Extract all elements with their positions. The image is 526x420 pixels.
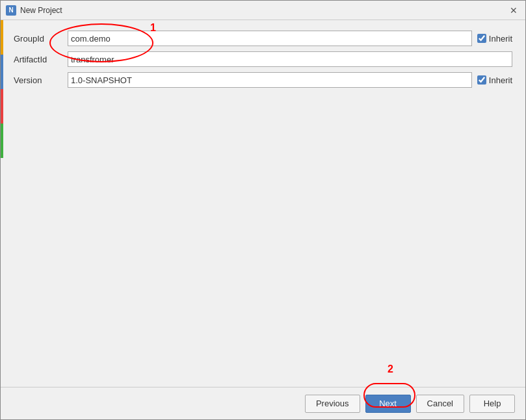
version-inherit-label: Inherit (489, 75, 512, 85)
dialog-window: N New Project ✕ GroupId Inherit Artifact… (0, 0, 526, 420)
close-button[interactable]: ✕ (507, 4, 520, 17)
title-bar: N New Project ✕ (1, 1, 525, 20)
artifact-id-label: ArtifactId (14, 55, 62, 64)
version-label: Version (14, 75, 62, 85)
group-id-label: GroupId (14, 34, 62, 44)
version-row: Version Inherit (14, 72, 512, 88)
window-title: New Project (20, 6, 62, 15)
help-button[interactable]: Help (469, 395, 515, 413)
next-button[interactable]: Next (365, 395, 411, 413)
version-inherit-checkbox[interactable] (477, 75, 486, 85)
left-accent (1, 20, 3, 387)
group-id-inherit-label: Inherit (489, 34, 512, 44)
dialog-content: GroupId Inherit ArtifactId Version Inher… (1, 20, 525, 387)
group-id-input[interactable] (68, 31, 472, 46)
previous-button[interactable]: Previous (305, 395, 360, 413)
artifact-id-input[interactable] (68, 51, 512, 67)
artifact-id-row: ArtifactId (14, 51, 512, 67)
version-input[interactable] (68, 72, 472, 88)
app-icon: N (6, 5, 16, 16)
title-bar-left: N New Project (6, 5, 62, 16)
group-id-inherit-container: Inherit (477, 34, 512, 44)
form-area: GroupId Inherit ArtifactId Version Inher… (14, 31, 512, 88)
group-id-inherit-checkbox[interactable] (477, 34, 486, 43)
version-inherit-container: Inherit (477, 75, 512, 85)
cancel-button[interactable]: Cancel (416, 395, 464, 413)
group-id-row: GroupId Inherit (14, 31, 512, 46)
dialog-footer: Previous Next Cancel Help (1, 387, 525, 419)
